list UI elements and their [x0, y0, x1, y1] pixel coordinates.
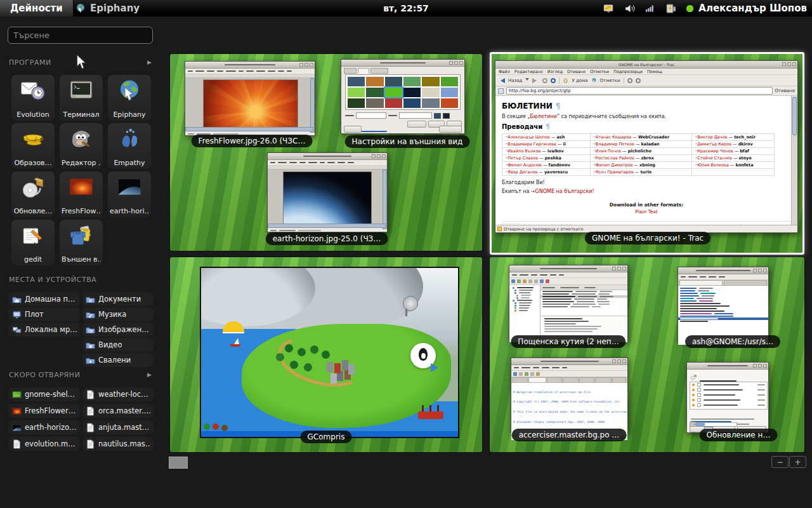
app-appearance[interactable]: Външен в…: [60, 220, 103, 265]
window-epiphany-trac[interactable]: GNOME на български! - Trac ФайлРедактира…: [495, 60, 798, 233]
translator-link[interactable]: Атанас Кошаров: [596, 135, 632, 140]
update-list[interactable]: [690, 382, 768, 410]
window-gimp-freshflower[interactable]: [185, 61, 315, 136]
back-dropdown-icon[interactable]: [525, 78, 529, 83]
plain-text-link[interactable]: Plain Text: [502, 209, 791, 215]
app-gedit[interactable]: gedit: [11, 220, 55, 265]
place-desktop[interactable]: Плот: [9, 307, 80, 321]
recent-anjuta[interactable]: anjuta.mast…: [82, 420, 154, 434]
bookmarks-label[interactable]: Отметки: [600, 78, 620, 83]
back-label[interactable]: Назад: [508, 78, 522, 83]
place-local-network[interactable]: Локална мр…: [9, 323, 80, 337]
team-link[interactable]: →GNOME на български!: [531, 189, 594, 194]
app-evolution[interactable]: Evolution: [11, 75, 55, 121]
gedit-tabs[interactable]: [511, 377, 627, 383]
place-downloads[interactable]: Свалени: [82, 353, 154, 367]
recent-nautilus[interactable]: nautilus.mas…: [82, 437, 154, 451]
bulletins-link[interactable]: Бюлетини: [530, 114, 557, 119]
place-pictures[interactable]: Изображен…: [82, 323, 154, 337]
remove-workspace-button[interactable]: −: [771, 456, 789, 468]
window-caption: ash@GNOME:/usr/s…: [685, 335, 780, 348]
zoom-out-icon[interactable]: [636, 78, 641, 83]
activities-button[interactable]: Дейности: [0, 0, 74, 17]
page-heading: БЮЛЕТИНИ: [502, 102, 553, 110]
app-epiphany[interactable]: Epiphany: [108, 75, 151, 121]
programs-expander-icon[interactable]: ▶: [147, 59, 152, 65]
translator-link[interactable]: Филип Димитров: [596, 163, 633, 168]
browser-scrollbar[interactable]: [791, 96, 797, 228]
add-workspace-button[interactable]: +: [789, 456, 806, 468]
home-label[interactable]: У дома: [572, 78, 587, 83]
trac-page: БЮЛЕТИНИ ¶ В секция „Бюлетини“ са период…: [495, 96, 797, 228]
app-menu[interactable]: Epiphany: [75, 0, 140, 17]
translator-link[interactable]: Ивайло Вълков: [508, 149, 540, 154]
translator-link[interactable]: Владимира Гиргинова: [508, 142, 556, 147]
anchor-pilcrow[interactable]: ¶: [546, 123, 549, 130]
workspace-4[interactable]: # Bulgarian translation of accerciser po…: [490, 257, 804, 452]
translator-link[interactable]: Юлия Волкова: [697, 163, 729, 168]
app-terminal[interactable]: Терминал: [60, 75, 103, 121]
place-documents[interactable]: Документи: [82, 292, 154, 306]
app-earth-horizon-image[interactable]: earth-hori…: [108, 171, 151, 217]
app-empathy[interactable]: Empathy: [108, 123, 151, 169]
terminal-tabs[interactable]: [678, 280, 768, 286]
window-appearance-prefs[interactable]: [341, 59, 465, 134]
user-menu[interactable]: Александър Шопов: [698, 3, 807, 14]
app-gcompris[interactable]: Образов…: [11, 123, 55, 169]
recent-gnome-shell[interactable]: gnome-shel…: [9, 387, 80, 401]
clock[interactable]: вт, 22:57: [383, 0, 429, 17]
translator-link[interactable]: Красимир Чонов: [697, 149, 733, 154]
place-music[interactable]: Музика: [82, 307, 154, 321]
network-signal-icon[interactable]: [645, 3, 655, 13]
window-gcompris[interactable]: [200, 267, 459, 438]
recent-orca[interactable]: orca.master.…: [82, 404, 154, 418]
gcompris-controls[interactable]: [204, 424, 210, 430]
window-gimp-earth-horizon[interactable]: [267, 152, 388, 232]
place-videos[interactable]: Видео: [82, 338, 154, 352]
translator-link[interactable]: Петър Славов: [508, 156, 538, 161]
translator-link[interactable]: Ростислав Райков: [596, 156, 634, 161]
translator-link[interactable]: Явор Доганов: [508, 170, 537, 175]
stop-icon[interactable]: [542, 78, 547, 83]
reload-icon[interactable]: [551, 78, 556, 83]
translator-link[interactable]: Илия Пенев: [596, 149, 621, 154]
recent-weather-loc[interactable]: weather-loc…: [82, 387, 154, 401]
place-home[interactable]: Домашна п…: [9, 292, 80, 306]
window-software-update[interactable]: [686, 362, 769, 433]
battery-icon[interactable]: [665, 3, 676, 14]
translator-link[interactable]: Стойчо Станчев: [697, 156, 732, 161]
recent-expander-icon[interactable]: ▶: [147, 371, 152, 378]
window-evolution[interactable]: [509, 265, 628, 342]
window-caption: GNOME на български! - Trac: [585, 232, 710, 244]
recent-freshflower[interactable]: FreshFlower…: [9, 404, 80, 418]
workspace-2[interactable]: GNOME на български! - Trac ФайлРедактира…: [490, 52, 804, 255]
recent-earth-horizon[interactable]: earth-horizo…: [9, 420, 80, 434]
back-icon[interactable]: [498, 78, 505, 83]
app-software-update[interactable]: Обновле…: [11, 171, 55, 217]
translator-link[interactable]: Владимир Петков: [596, 142, 634, 147]
recent-evolution-file[interactable]: evolution.m…: [9, 437, 80, 451]
url-input[interactable]: http://fsa-bg.org/project/gtp: [506, 87, 773, 95]
volume-icon[interactable]: [624, 3, 635, 14]
titlebar: [687, 363, 768, 370]
forward-icon[interactable]: [532, 78, 539, 83]
workspace-3[interactable]: GCompris: [170, 257, 482, 452]
app-freshflower-image[interactable]: FreshFlow…: [60, 171, 103, 217]
translator-link[interactable]: Виктор Дачев: [697, 135, 727, 140]
display-settings-icon[interactable]: [603, 3, 614, 14]
anchor-pilcrow[interactable]: ¶: [556, 102, 561, 110]
zoom-in-icon[interactable]: [627, 78, 632, 83]
translator-link[interactable]: Димитър Киров: [697, 142, 731, 147]
history-globe-icon[interactable]: [591, 77, 597, 83]
window-gedit-accerciser[interactable]: # Bulgarian translation of accerciser po…: [511, 358, 628, 432]
translator-link[interactable]: Филип Андонов: [508, 163, 542, 168]
workspace-1[interactable]: FreshFlower.jpg-26.0 (ЧЗС… Настройки на …: [170, 54, 482, 251]
translator-link[interactable]: Александър Шопов: [508, 135, 550, 140]
search-input[interactable]: [8, 27, 153, 44]
app-gimp[interactable]: Редактор …: [60, 123, 103, 169]
translator-link[interactable]: Ясен Праматаров: [596, 170, 634, 175]
go-button[interactable]: Отиване: [775, 88, 795, 93]
home-icon[interactable]: [563, 77, 568, 83]
wallpaper-grid[interactable]: [345, 74, 461, 110]
window-terminal[interactable]: [678, 267, 769, 342]
